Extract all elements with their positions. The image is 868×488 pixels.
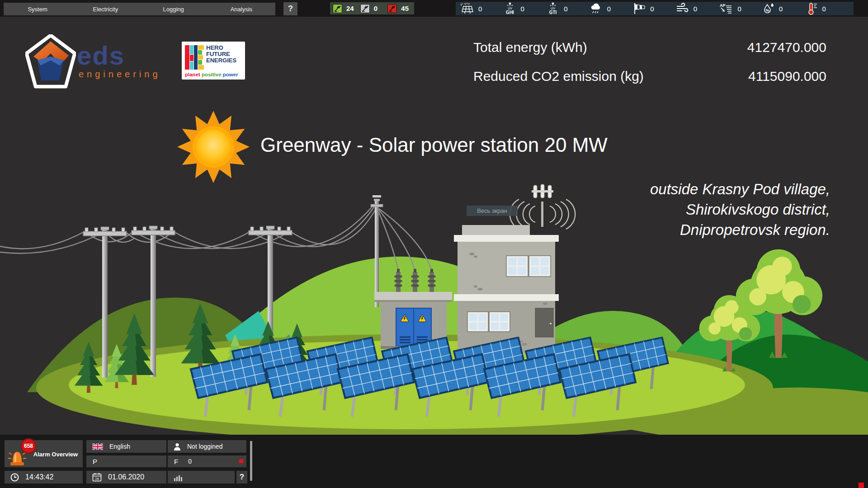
svg-text:UV: UV bbox=[551, 7, 555, 10]
transformer-bushings bbox=[394, 269, 436, 293]
svg-text:%: % bbox=[765, 8, 769, 13]
footer-bar: Alarm Overview 658 English P Not loggine… bbox=[0, 435, 868, 488]
bar-chart-icon bbox=[174, 473, 183, 481]
fullscreen-tooltip: Весь экран bbox=[467, 206, 518, 216]
station-location: outside Krasny Pod village, Shirokivskog… bbox=[650, 179, 830, 240]
hfe-logo: HERO FUTURE ENERGIES planet positive pow… bbox=[182, 42, 245, 80]
alarm-counter-strip: 24 0 45 bbox=[330, 2, 414, 14]
sensor-value: 0 bbox=[779, 5, 783, 13]
total-energy-value: 4127470.000 bbox=[747, 40, 826, 55]
footer-scroll-strip[interactable] bbox=[250, 441, 252, 481]
eds-logo-icon bbox=[25, 34, 76, 89]
alarm-counter-value: 24 bbox=[346, 5, 354, 12]
hfe-wordmark: HERO FUTURE ENERGIES bbox=[206, 45, 236, 64]
f-field[interactable]: F 0 bbox=[168, 455, 246, 467]
sensor-value: 0 bbox=[693, 5, 697, 13]
help-button-footer[interactable]: ? bbox=[236, 471, 247, 483]
svg-text:AP: AP bbox=[720, 3, 726, 8]
svg-text:UV: UV bbox=[508, 7, 512, 10]
thermometer-icon bbox=[806, 2, 818, 15]
alarm-counter-pending[interactable]: 0 bbox=[359, 4, 386, 13]
sensor-air-pressure: AP 0 bbox=[719, 2, 763, 15]
time-value: 14:43:42 bbox=[25, 473, 53, 481]
sensor-humidity: % 0 bbox=[763, 2, 806, 15]
svg-text:t°: t° bbox=[461, 3, 463, 7]
solar-scada-dashboard: { "menu": { "items": ["System", "Electri… bbox=[0, 0, 868, 488]
alarm-trend-green-icon bbox=[333, 4, 342, 13]
svg-text:GHI: GHI bbox=[506, 10, 514, 15]
weather-sensor-strip: t° 0 UV GHI 0 UV GTI 0 bbox=[456, 2, 854, 15]
total-energy-label: Total energy (kWh) bbox=[473, 40, 587, 55]
language-button[interactable]: English bbox=[86, 440, 166, 453]
humidity-icon: % bbox=[763, 3, 774, 14]
sun-icon bbox=[177, 111, 250, 183]
station-title: Greenway - Solar power station 20 MW bbox=[260, 134, 608, 156]
co2-reduction-label: Reduced CO2 emission (kg) bbox=[473, 69, 644, 84]
alarm-trend-red-icon bbox=[387, 4, 397, 13]
user-icon bbox=[174, 443, 181, 450]
sensor-gti: UV GTI 0 bbox=[547, 2, 590, 15]
alarm-counter-value: 45 bbox=[401, 5, 409, 12]
windsock-icon bbox=[633, 3, 646, 14]
gti-irradiance-icon: UV GTI bbox=[547, 2, 559, 15]
hfe-logo-icon bbox=[185, 45, 204, 70]
wind-icon bbox=[676, 3, 689, 14]
sensor-wind-direction: 0 bbox=[633, 2, 676, 15]
f-field-alert-indicator bbox=[239, 459, 243, 463]
p-field-label: P bbox=[93, 458, 97, 465]
sensor-ghi: UV GHI 0 bbox=[504, 2, 547, 15]
precipitation-icon bbox=[590, 3, 603, 14]
sensor-value: 0 bbox=[478, 5, 482, 13]
air-pressure-icon: AP bbox=[719, 3, 733, 14]
sensor-value: 0 bbox=[822, 5, 826, 13]
sensor-value: 0 bbox=[564, 5, 567, 13]
svg-text:GTI: GTI bbox=[549, 10, 557, 15]
date-value: 01.06.2020 bbox=[108, 473, 144, 481]
sensor-value: 0 bbox=[607, 5, 611, 13]
main-menu: System Electricity Logging Analysis bbox=[4, 3, 275, 15]
sensor-wind-speed: 0 bbox=[676, 2, 720, 15]
corner-alert-indicator bbox=[859, 483, 864, 488]
hfe-tagline: planet positive power bbox=[185, 72, 238, 77]
user-label: Not loggined bbox=[187, 443, 223, 450]
language-label: English bbox=[109, 443, 130, 450]
svg-text:28: 28 bbox=[95, 477, 99, 481]
sensor-value: 0 bbox=[521, 5, 524, 13]
alarm-count-badge: 658 bbox=[21, 438, 36, 454]
menu-item-electricity[interactable]: Electricity bbox=[71, 3, 139, 15]
uk-flag-icon bbox=[92, 443, 103, 450]
calendar-icon: 28 bbox=[92, 473, 102, 482]
eds-subtitle: engineering bbox=[79, 69, 161, 80]
ghi-irradiance-icon: UV GHI bbox=[504, 2, 516, 15]
sensor-value: 0 bbox=[650, 5, 654, 13]
help-button-top[interactable]: ? bbox=[283, 2, 297, 15]
alarm-overview-label: Alarm Overview bbox=[31, 451, 80, 458]
trend-chart-button[interactable] bbox=[168, 471, 235, 483]
sensor-panel-temperature: t° 0 bbox=[460, 2, 504, 15]
p-field[interactable]: P bbox=[86, 455, 166, 467]
alarm-counter-acknowledged[interactable]: 24 bbox=[331, 4, 359, 13]
sensor-value: 0 bbox=[737, 5, 741, 13]
menu-item-system[interactable]: System bbox=[4, 3, 71, 15]
time-display[interactable]: 14:43:42 bbox=[5, 471, 83, 483]
f-field-label: F bbox=[174, 458, 178, 465]
alarm-counter-value: 0 bbox=[374, 5, 377, 12]
sensor-precipitation: 0 bbox=[590, 2, 633, 15]
menu-item-analysis[interactable]: Analysis bbox=[208, 3, 275, 15]
clock-icon bbox=[10, 473, 19, 482]
eds-wordmark: eds bbox=[77, 42, 125, 69]
sensor-ambient-temperature: 0 bbox=[806, 2, 849, 15]
alarm-counter-active[interactable]: 45 bbox=[386, 4, 413, 13]
alarm-overview-button[interactable]: Alarm Overview 658 bbox=[5, 440, 83, 467]
menu-item-logging[interactable]: Logging bbox=[140, 3, 208, 15]
date-display[interactable]: 28 01.06.2020 bbox=[86, 471, 166, 483]
antenna-mast-icon bbox=[532, 184, 553, 198]
co2-reduction-value: 4115090.000 bbox=[748, 69, 826, 84]
alarm-trend-gray-icon bbox=[360, 4, 370, 13]
f-field-value: 0 bbox=[188, 458, 192, 465]
user-button[interactable]: Not loggined bbox=[168, 440, 246, 453]
panel-temperature-icon: t° bbox=[460, 2, 474, 15]
